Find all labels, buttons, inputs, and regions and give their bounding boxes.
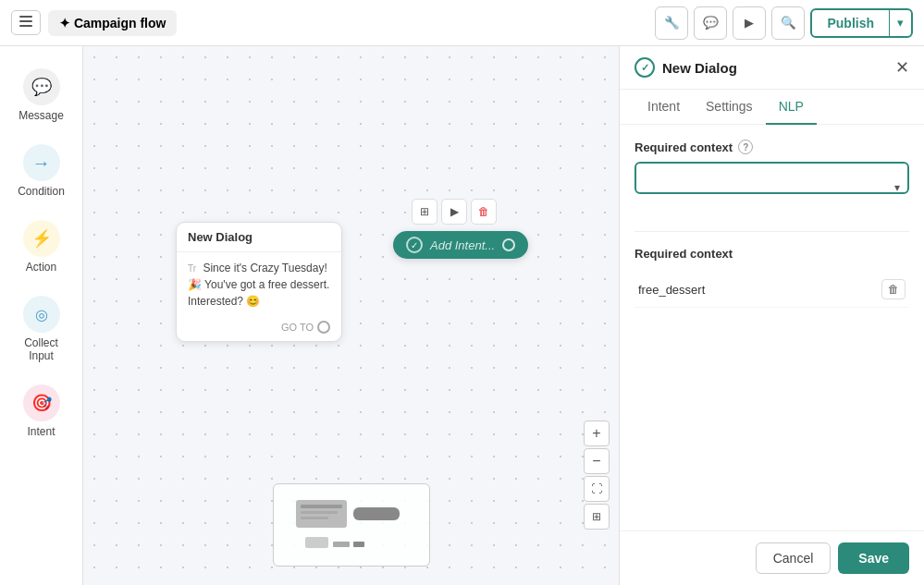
sidebar-item-intent[interactable]: 🎯 Intent — [8, 377, 75, 445]
publish-button[interactable]: Publish — [812, 10, 889, 36]
panel-title-icon: ✓ — [634, 57, 655, 78]
section-divider — [634, 231, 909, 232]
svg-rect-2 — [19, 25, 32, 27]
cancel-button[interactable]: Cancel — [756, 542, 832, 574]
node-message: Tr Since it's Crazy Tuesday! 🎉 You've go… — [177, 252, 341, 317]
svg-rect-0 — [19, 16, 32, 18]
go-to-label: GO TO — [281, 322, 314, 333]
sidebar-item-action[interactable]: ⚡ Action — [8, 213, 75, 281]
svg-rect-1 — [19, 20, 32, 22]
sidebar-item-collect-input[interactable]: ◎ Collect Input — [8, 288, 75, 370]
main-layout: 💬 Message → Condition ⚡ Action ◎ Collect… — [0, 46, 924, 585]
required-context-heading: Required context ? — [634, 140, 909, 154]
panel-close-button[interactable]: ✕ — [895, 57, 909, 78]
sidebar-item-action-label: Action — [26, 261, 56, 274]
sidebar-item-intent-label: Intent — [27, 425, 55, 438]
svg-rect-6 — [301, 517, 328, 519]
node-toolbar: ⊞ ▶ 🗑 — [412, 199, 497, 225]
intent-node[interactable]: ✓ Add Intent... — [393, 231, 528, 259]
sidebar-item-message-label: Message — [18, 109, 64, 122]
node-footer: GO TO — [177, 317, 341, 341]
sidebar-item-condition-label: Condition — [18, 185, 65, 198]
svg-rect-9 — [333, 542, 350, 547]
context-item: free_dessert 🗑 — [634, 272, 909, 308]
svg-rect-7 — [353, 507, 400, 520]
sidebar-toggle-button[interactable] — [11, 10, 41, 35]
go-to-dot — [317, 321, 330, 334]
req-context-section-label: Required context — [634, 247, 909, 261]
play-button[interactable]: ▶ — [733, 6, 766, 40]
minimap — [273, 483, 430, 567]
condition-icon: → — [23, 144, 60, 181]
node-delete-button[interactable]: 🗑 — [471, 199, 497, 225]
right-panel: ✓ New Dialog ✕ Intent Settings NLP Requi… — [619, 46, 924, 585]
grid-button[interactable]: ⊞ — [584, 504, 610, 530]
context-select[interactable]: free_dessert — [634, 162, 909, 194]
node-play-button[interactable]: ▶ — [441, 199, 467, 225]
panel-header: ✓ New Dialog ✕ — [620, 46, 924, 90]
context-item-value: free_dessert — [638, 283, 705, 297]
collect-input-icon: ◎ — [23, 296, 60, 333]
flow-node[interactable]: New Dialog Tr Since it's Crazy Tuesday! … — [176, 222, 342, 342]
zoom-out-button[interactable]: − — [584, 448, 610, 474]
context-select-wrapper: free_dessert ▾ — [634, 162, 909, 213]
sidebar-item-message[interactable]: 💬 Message — [8, 61, 75, 129]
panel-tabs: Intent Settings NLP — [620, 90, 924, 125]
intent-node-dot — [502, 238, 515, 251]
flow-canvas[interactable]: ⊞ ▶ 🗑 New Dialog Tr Since it's Crazy Tue… — [83, 46, 619, 585]
panel-body: Required context ? free_dessert ▾ Requir… — [620, 125, 924, 530]
node-connections-button[interactable]: ⊞ — [412, 199, 437, 225]
svg-rect-5 — [301, 511, 338, 514]
campaign-flow-label: ✦ Campaign flow — [59, 16, 166, 30]
tab-settings[interactable]: Settings — [693, 90, 766, 125]
canvas-controls: + − ⛶ ⊞ — [584, 420, 610, 530]
panel-title: ✓ New Dialog — [634, 57, 737, 78]
intent-node-label: Add Intent... — [430, 238, 495, 252]
context-item-delete-button[interactable]: 🗑 — [881, 279, 906, 299]
fit-view-button[interactable]: ⛶ — [584, 476, 610, 502]
sidebar-item-collect-label: Collect Input — [16, 336, 68, 362]
zoom-in-button[interactable]: + — [584, 420, 610, 446]
tab-intent[interactable]: Intent — [634, 90, 693, 125]
minimap-content — [274, 484, 429, 566]
svg-rect-10 — [353, 542, 364, 547]
svg-rect-4 — [301, 505, 342, 508]
campaign-flow-button[interactable]: ✦ Campaign flow — [48, 10, 177, 36]
action-icon: ⚡ — [23, 220, 60, 257]
header: ✦ Campaign flow 🔧 💬 ▶ 🔍 Publish ▾ — [0, 0, 924, 46]
chat-button[interactable]: 💬 — [694, 6, 727, 40]
panel-title-text: New Dialog — [662, 60, 737, 76]
help-icon[interactable]: ? — [738, 140, 753, 154]
save-button[interactable]: Save — [838, 542, 909, 574]
search-button[interactable]: 🔍 — [771, 6, 805, 40]
intent-check-icon: ✓ — [406, 237, 423, 253]
tab-nlp[interactable]: NLP — [766, 90, 817, 125]
publish-group: Publish ▾ — [810, 8, 913, 38]
sidebar: 💬 Message → Condition ⚡ Action ◎ Collect… — [0, 46, 83, 585]
publish-dropdown-button[interactable]: ▾ — [889, 10, 911, 36]
node-title: New Dialog — [177, 223, 341, 252]
svg-rect-8 — [305, 537, 328, 548]
intent-icon: 🎯 — [23, 384, 60, 421]
panel-footer: Cancel Save — [620, 530, 924, 585]
header-tools: 🔧 💬 ▶ 🔍 Publish ▾ — [655, 6, 913, 40]
tools-button[interactable]: 🔧 — [655, 6, 688, 40]
message-icon: 💬 — [23, 68, 60, 105]
sidebar-item-condition[interactable]: → Condition — [8, 137, 75, 205]
